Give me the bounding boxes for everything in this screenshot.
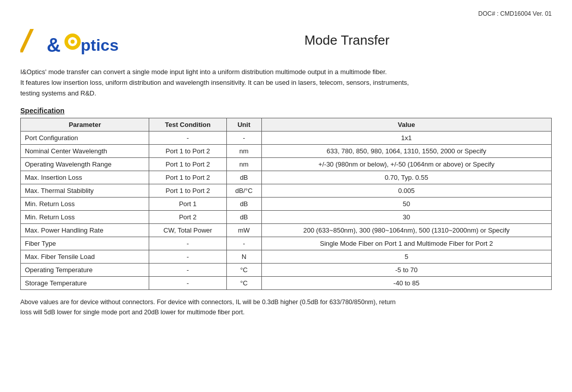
- table-row: Fiber Type--Single Mode Fiber on Port 1 …: [21, 237, 552, 250]
- param-cell: Max. Fiber Tensile Load: [21, 250, 149, 264]
- test-cond-cell: Port 1 to Port 2: [149, 171, 226, 184]
- unit-cell: dB: [226, 198, 261, 211]
- unit-cell: °C: [226, 277, 261, 290]
- unit-cell: N: [226, 250, 261, 264]
- logo-svg: / & ptics: [20, 22, 132, 58]
- param-cell: Min. Return Loss: [21, 198, 149, 211]
- unit-cell: nm: [226, 145, 261, 158]
- col-header-value: Value: [261, 118, 551, 132]
- footer-note-line1: Above values are for device without conn…: [20, 297, 552, 307]
- table-row: Max. Thermal StabiblityPort 1 to Port 2d…: [21, 184, 552, 198]
- value-cell: +/-30 (980nm or below), +/-50 (1064nm or…: [261, 158, 551, 171]
- unit-cell: -: [226, 237, 261, 250]
- value-cell: 50: [261, 198, 551, 211]
- value-cell: -5 to 70: [261, 264, 551, 277]
- svg-text:ptics: ptics: [81, 36, 119, 54]
- table-row: Min. Return LossPort 1dB50: [21, 198, 552, 211]
- value-cell: 5: [261, 250, 551, 264]
- value-cell: 0.70, Typ. 0.55: [261, 171, 551, 184]
- page: DOC# : CMD16004 Ver. 01 / & ptics Mode T…: [0, 0, 572, 392]
- test-cond-cell: Port 1 to Port 2: [149, 184, 226, 198]
- table-row: Port Configuration--1x1: [21, 132, 552, 145]
- table-row: Operating Temperature-°C-5 to 70: [21, 264, 552, 277]
- param-cell: Max. Thermal Stabiblity: [21, 184, 149, 198]
- test-cond-cell: Port 1 to Port 2: [149, 158, 226, 171]
- param-cell: Fiber Type: [21, 237, 149, 250]
- footer-note: Above values are for device without conn…: [20, 297, 552, 317]
- footer-note-line2: loss will 5dB lower for single mode port…: [20, 307, 552, 317]
- header-section: / & ptics Mode Transfer: [20, 22, 552, 58]
- spec-table: Parameter Test Condition Unit Value Port…: [20, 118, 552, 290]
- unit-cell: nm: [226, 158, 261, 171]
- svg-text:&: &: [47, 35, 60, 56]
- col-header-unit: Unit: [226, 118, 261, 132]
- unit-cell: mW: [226, 224, 261, 237]
- description-line3: testing systems and R&D.: [20, 88, 552, 99]
- test-cond-cell: -: [149, 264, 226, 277]
- value-cell: -40 to 85: [261, 277, 551, 290]
- table-row: Max. Power Handling RateCW, Total Powerm…: [21, 224, 552, 237]
- col-header-test-condition: Test Condition: [149, 118, 226, 132]
- unit-cell: -: [226, 132, 261, 145]
- unit-cell: dB: [226, 171, 261, 184]
- unit-cell: dB/°C: [226, 184, 261, 198]
- svg-point-4: [71, 40, 75, 44]
- description-line1: I&Optics' mode transfer can convert a si…: [20, 67, 552, 78]
- test-cond-cell: -: [149, 237, 226, 250]
- description: I&Optics' mode transfer can convert a si…: [20, 67, 552, 99]
- param-cell: Max. Insertion Loss: [21, 171, 149, 184]
- svg-text:/: /: [20, 23, 35, 58]
- value-cell: 0.005: [261, 184, 551, 198]
- logo-area: / & ptics: [20, 22, 142, 58]
- param-cell: Storage Temperature: [21, 277, 149, 290]
- table-row: Storage Temperature-°C-40 to 85: [21, 277, 552, 290]
- param-cell: Operating Temperature: [21, 264, 149, 277]
- test-cond-cell: Port 2: [149, 211, 226, 224]
- spec-heading: Specification: [20, 107, 552, 115]
- unit-cell: dB: [226, 211, 261, 224]
- param-cell: Max. Power Handling Rate: [21, 224, 149, 237]
- test-cond-cell: -: [149, 250, 226, 264]
- param-cell: Nominal Center Wavelength: [21, 145, 149, 158]
- value-cell: Single Mode Fiber on Port 1 and Multimod…: [261, 237, 551, 250]
- value-cell: 200 (633~850nm), 300 (980~1064nm), 500 (…: [261, 224, 551, 237]
- test-cond-cell: CW, Total Power: [149, 224, 226, 237]
- table-row: Max. Insertion LossPort 1 to Port 2dB0.7…: [21, 171, 552, 184]
- table-row: Operating Wavelength RangePort 1 to Port…: [21, 158, 552, 171]
- description-line2: It features low insertion loss, uniform …: [20, 78, 552, 88]
- table-row: Max. Fiber Tensile Load-N5: [21, 250, 552, 264]
- test-cond-cell: -: [149, 277, 226, 290]
- value-cell: 30: [261, 211, 551, 224]
- doc-reference: DOC# : CMD16004 Ver. 01: [20, 10, 552, 17]
- table-header-row: Parameter Test Condition Unit Value: [21, 118, 552, 132]
- param-cell: Min. Return Loss: [21, 211, 149, 224]
- test-cond-cell: -: [149, 132, 226, 145]
- param-cell: Operating Wavelength Range: [21, 158, 149, 171]
- table-row: Nominal Center WavelengthPort 1 to Port …: [21, 145, 552, 158]
- unit-cell: °C: [226, 264, 261, 277]
- title-area: Mode Transfer: [142, 32, 552, 48]
- col-header-parameter: Parameter: [21, 118, 149, 132]
- param-cell: Port Configuration: [21, 132, 149, 145]
- test-cond-cell: Port 1: [149, 198, 226, 211]
- table-row: Min. Return LossPort 2dB30: [21, 211, 552, 224]
- page-title: Mode Transfer: [142, 32, 552, 48]
- value-cell: 633, 780, 850, 980, 1064, 1310, 1550, 20…: [261, 145, 551, 158]
- test-cond-cell: Port 1 to Port 2: [149, 145, 226, 158]
- value-cell: 1x1: [261, 132, 551, 145]
